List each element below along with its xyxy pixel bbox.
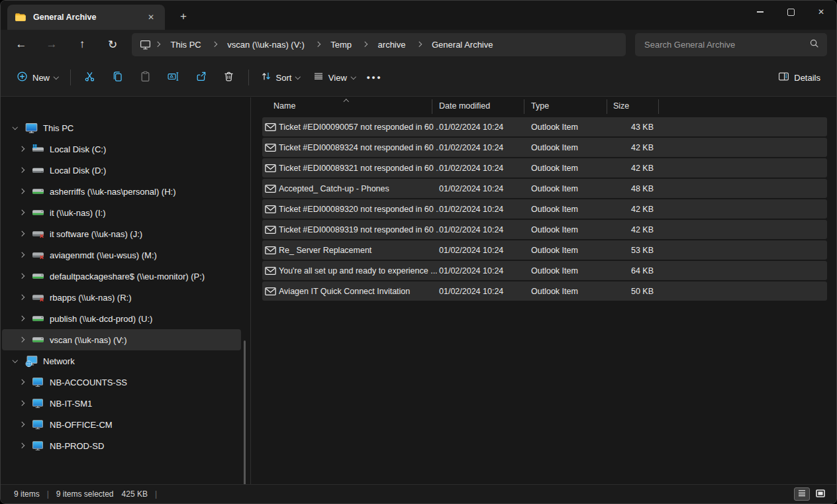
chevron-right-icon[interactable] (18, 274, 26, 278)
close-button[interactable]: ✕ (806, 1, 836, 23)
sidebar-item-nb-it-sm1[interactable]: NB-IT-SM1 (2, 393, 241, 414)
sidebar-item-nb-accounts-ss[interactable]: NB-ACCOUNTS-SS (2, 372, 241, 393)
sidebar-item-vscan-uk-nas-v[interactable]: vscan (\\uk-nas) (V:) (2, 329, 241, 350)
column-header-name[interactable]: Name (273, 101, 295, 111)
folder-icon (14, 11, 27, 24)
table-row[interactable]: Ticket #EDI00090057 not responded in 60 … (262, 117, 827, 136)
sidebar-scrollbar[interactable] (244, 340, 246, 484)
more-options-button[interactable]: ●●● (362, 66, 385, 89)
sidebar-item-label: it software (\\uk-nas) (J:) (50, 229, 142, 239)
cut-button[interactable] (76, 66, 104, 89)
table-row[interactable]: Accepted_ Catch-up - Phones01/02/2024 10… (262, 179, 827, 198)
sidebar-item-local-disk-c[interactable]: Local Disk (C:) (2, 138, 241, 160)
this-pc-icon (138, 38, 152, 51)
chevron-down-icon[interactable] (11, 360, 19, 362)
toolbar-separator (70, 70, 71, 85)
column-header-type[interactable]: Type (531, 101, 549, 111)
chevron-right-icon[interactable] (18, 168, 26, 172)
delete-button[interactable] (215, 66, 243, 89)
tab-close-icon[interactable]: ✕ (144, 11, 158, 23)
tab-general-archive[interactable]: General Archive ✕ (7, 5, 165, 30)
netdrive-off-icon (31, 291, 44, 304)
table-row[interactable]: Ticket #EDI00089324 not responded in 60 … (262, 138, 827, 157)
search-box[interactable] (635, 33, 827, 56)
file-type: Outlook Item (531, 205, 613, 214)
chevron-right-icon[interactable] (18, 147, 26, 151)
sidebar-item-label: vscan (\\uk-nas) (V:) (50, 335, 127, 345)
table-row[interactable]: Ticket #EDI00089321 not responded in 60 … (262, 158, 827, 177)
chevron-right-icon[interactable] (18, 338, 26, 342)
table-row[interactable]: Ticket #EDI00089320 not responded in 60 … (262, 199, 827, 219)
back-button[interactable]: ← (10, 34, 32, 55)
sidebar-item-nb-office-cm[interactable]: NB-OFFICE-CM (2, 414, 241, 435)
column-resize-handle[interactable] (658, 99, 659, 114)
sidebar-item-defaultpackageshare-eu-monitor-p[interactable]: defaultpackageshare$ (\\eu-monitor) (P:) (2, 266, 241, 287)
chevron-right-icon[interactable] (18, 232, 26, 236)
minimize-button[interactable] (745, 1, 775, 23)
netdrive-icon (31, 333, 44, 346)
sidebar-item-rbapps-uk-nas-r[interactable]: rbapps (\\uk-nas) (R:) (2, 287, 241, 308)
rename-button[interactable] (160, 66, 187, 89)
details-view-toggle[interactable] (794, 487, 810, 501)
breadcrumb-item-temp[interactable]: Temp (324, 37, 358, 52)
sidebar-item-local-disk-d[interactable]: Local Disk (D:) (2, 160, 241, 181)
paste-button[interactable] (132, 66, 160, 89)
sidebar-item-label: Network (43, 356, 75, 366)
chevron-right-icon[interactable] (18, 211, 26, 215)
new-tab-button[interactable]: + (174, 7, 193, 26)
column-header-size[interactable]: Size (613, 101, 629, 111)
up-button[interactable]: ↑ (71, 34, 93, 55)
details-pane-button[interactable]: Details (771, 66, 827, 89)
file-type: Outlook Item (531, 246, 613, 255)
column-header-date-modified[interactable]: Date modified (439, 101, 490, 111)
address-bar[interactable]: This PCvscan (\\uk-nas) (V:)TemparchiveG… (132, 33, 626, 56)
refresh-button[interactable]: ↻ (101, 34, 124, 55)
chevron-right-icon[interactable] (18, 380, 26, 384)
sidebar-item-aviagenmdt-eu-wsus-m[interactable]: aviagenmdt (\\eu-wsus) (M:) (2, 244, 241, 266)
view-button[interactable]: View (307, 66, 362, 89)
chevron-right-icon[interactable] (18, 401, 26, 405)
chevron-down-icon[interactable] (11, 127, 19, 129)
breadcrumb-item-general-archive[interactable]: General Archive (426, 37, 499, 52)
sidebar-item-asherriffs-uk-nas-personal-h[interactable]: asherriffs (\\uk-nas\personal) (H:) (2, 181, 241, 202)
search-input[interactable] (643, 39, 809, 50)
chevron-down-icon (54, 74, 59, 79)
sidebar-item-network[interactable]: Network (2, 350, 241, 372)
sidebar-item-label: asherriffs (\\uk-nas\personal) (H:) (50, 187, 176, 197)
table-row[interactable]: Ticket #EDI00089319 not responded in 60 … (262, 220, 827, 239)
copy-button[interactable] (104, 66, 132, 89)
chevron-right-icon[interactable] (18, 253, 26, 257)
chevron-right-icon[interactable] (18, 444, 26, 448)
table-row[interactable]: You're all set up and ready to experienc… (262, 261, 827, 280)
file-size: 42 KB (613, 205, 656, 214)
breadcrumb-item-vscan-uk-nas-v[interactable]: vscan (\\uk-nas) (V:) (221, 37, 311, 52)
sidebar-item-it-software-uk-nas-j[interactable]: it software (\\uk-nas) (J:) (2, 223, 241, 244)
new-button[interactable]: New (10, 66, 65, 89)
titlebar: General Archive ✕ + ✕ (1, 1, 836, 30)
share-button[interactable] (187, 66, 215, 89)
column-resize-handle[interactable] (524, 99, 524, 114)
sidebar-item-publish-uk-dcd-prod-u[interactable]: publish (\\uk-dcd-prod) (U:) (2, 308, 241, 329)
ellipsis-icon: ●●● (365, 74, 382, 81)
maximize-button[interactable] (775, 1, 806, 23)
forward-button[interactable]: → (40, 34, 63, 55)
table-row[interactable]: Aviagen IT Quick Connect Invitation01/02… (262, 281, 827, 301)
sidebar-item-nb-prod-sd[interactable]: NB-PROD-SD (2, 435, 241, 456)
chevron-right-icon[interactable] (18, 423, 26, 427)
column-resize-handle[interactable] (432, 99, 432, 114)
chevron-down-icon (295, 74, 301, 79)
sidebar-item-this-pc[interactable]: This PC (2, 117, 241, 138)
file-name: Aviagen IT Quick Connect Invitation (279, 287, 439, 296)
chevron-right-icon[interactable] (18, 317, 26, 321)
chevron-right-icon[interactable] (18, 295, 26, 299)
breadcrumb-item-archive[interactable]: archive (372, 37, 412, 52)
sidebar-item-it-uk-nas-i[interactable]: it (\\uk-nas) (I:) (2, 202, 241, 223)
mail-icon (262, 205, 279, 214)
column-resize-handle[interactable] (607, 99, 607, 114)
large-icons-view-toggle[interactable] (812, 487, 828, 501)
netdrive-icon (31, 185, 44, 198)
sort-button[interactable]: Sort (254, 66, 307, 89)
chevron-right-icon[interactable] (18, 189, 26, 193)
table-row[interactable]: Re_ Server Replacement01/02/2024 10:24Ou… (262, 240, 827, 260)
breadcrumb-item-this-pc[interactable]: This PC (165, 37, 207, 52)
